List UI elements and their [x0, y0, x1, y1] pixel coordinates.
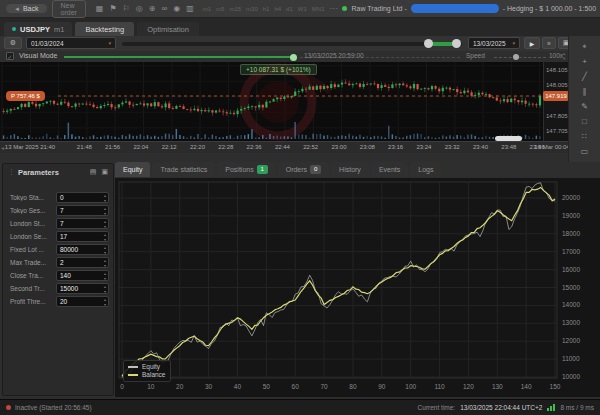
tab-events[interactable]: Events	[371, 162, 408, 177]
parameter-input[interactable]: 0▴▾	[56, 192, 109, 203]
timeframe-m15[interactable]: m15	[229, 6, 241, 12]
stop-icon: ■	[547, 40, 551, 46]
parameter-stepper[interactable]: ▴▾	[104, 271, 106, 281]
date-range-slider-track[interactable]	[122, 42, 462, 46]
pattern-tool-button[interactable]: ∷	[576, 130, 593, 143]
speed-slider-handle[interactable]	[513, 54, 519, 60]
new-order-button[interactable]: New order	[52, 0, 86, 18]
parameter-input[interactable]: 80000▴▾	[56, 244, 109, 255]
tab-orders[interactable]: Orders0	[278, 162, 329, 177]
pin-tool-button[interactable]: ⌖	[576, 40, 593, 53]
trendline-tool-button[interactable]: ╱	[576, 70, 593, 83]
price-axis[interactable]: 148.105148.005147.805147.705 147.919	[543, 62, 568, 141]
timeframe-m5[interactable]: m5	[216, 6, 224, 12]
range-handle-left[interactable]	[424, 39, 433, 48]
channel-tool-button[interactable]: ∥	[576, 85, 593, 98]
svg-text:130: 130	[492, 383, 503, 390]
status-bar: Inactive (Started 20:56:45) Current time…	[0, 399, 600, 415]
current-time-label: Current time:	[418, 404, 456, 411]
tab-logs[interactable]: Logs	[410, 162, 441, 177]
parameter-stepper[interactable]: ▴▾	[104, 232, 106, 242]
parameter-input[interactable]: 2▴▾	[56, 257, 109, 268]
note-tool-button[interactable]: ▭	[576, 145, 593, 158]
overflow-menu-icon[interactable]: ⋯	[329, 4, 337, 13]
parameter-stepper[interactable]: ▴▾	[104, 206, 106, 216]
timeframe-mn1[interactable]: MN1	[312, 6, 325, 12]
play-button[interactable]: ▶	[524, 37, 540, 49]
speed-value: 100x	[549, 52, 563, 59]
speed-stepper[interactable]: ▴ ▾	[563, 51, 565, 61]
time-axis-label: 23:08	[360, 144, 375, 150]
time-axis-label: 14 Mar 00:04	[534, 144, 569, 150]
crosshair-tool-button[interactable]: +	[576, 55, 593, 68]
parameter-input[interactable]: 17▴▾	[56, 231, 109, 242]
eye-icon[interactable]: ◉	[173, 0, 180, 18]
layout-icon[interactable]: ▦	[96, 0, 104, 18]
parameter-stepper[interactable]: ▴▾	[104, 193, 106, 203]
grid-icon[interactable]: ▥	[186, 0, 194, 18]
tab-history[interactable]: History	[331, 162, 369, 177]
timeframe-m30[interactable]: m30	[246, 6, 258, 12]
parameter-input[interactable]: 15000▴▾	[56, 283, 109, 294]
legend-item-balance: Balance	[128, 371, 166, 379]
tab-positions[interactable]: Positions1	[217, 162, 275, 177]
tab-equity[interactable]: Equity	[115, 162, 150, 177]
timeframe-m1[interactable]: m1	[203, 6, 211, 12]
back-button-label: Back	[23, 5, 39, 12]
range-handle-right[interactable]	[452, 39, 461, 48]
timeframe-h4[interactable]: h4	[274, 6, 281, 12]
price-chart[interactable]: +10 087.31 $ (+101%) P 757.46 $ 148.1051…	[0, 62, 568, 141]
backtest-settings-button[interactable]: ⚙	[4, 37, 22, 49]
svg-text:12000: 12000	[562, 337, 580, 344]
shapes-tool-button[interactable]: □	[576, 115, 593, 128]
flag-icon[interactable]: ⚐	[123, 0, 130, 18]
parameter-input[interactable]: 20▴▾	[56, 296, 109, 307]
pencil-tool-button[interactable]: ✎	[576, 100, 593, 113]
timeframe-w1[interactable]: W1	[298, 6, 307, 12]
play-icon: ▶	[530, 40, 535, 47]
tab-usdjpy-m1[interactable]: USDJPY m1	[4, 22, 72, 36]
tab-backtesting[interactable]: Backtesting	[75, 22, 134, 36]
svg-text:10000: 10000	[562, 373, 580, 380]
open-position-badge[interactable]: P 757.46 $	[6, 91, 45, 101]
time-axis-label: 22:12	[162, 144, 177, 150]
tab-optimisation[interactable]: Optimisation	[137, 22, 199, 36]
drag-grip-icon[interactable]: ⋮	[8, 168, 15, 176]
account-selector[interactable]: Raw Trading Ltd - - Hedging - $ 1 000.00…	[342, 4, 600, 13]
back-button[interactable]: ◄ Back	[6, 4, 47, 13]
parameter-input[interactable]: 140▴▾	[56, 270, 109, 281]
link-icon[interactable]: ∞	[161, 0, 167, 18]
parameter-stepper[interactable]: ▴▾	[104, 245, 106, 255]
tab-count-badge: 0	[310, 165, 321, 174]
playback-progress-handle[interactable]	[290, 54, 297, 61]
time-axis-label: 22:20	[190, 144, 205, 150]
time-axis-label: 13 Mar 2025 21:40	[5, 144, 55, 150]
timeframe-d1[interactable]: d1	[286, 6, 293, 12]
monitor-icon[interactable]: ▤	[90, 168, 97, 176]
start-date-select[interactable]: 01/03/2024 ▾	[26, 37, 116, 49]
axis-scroll-left-icon[interactable]: ◂	[1, 144, 4, 151]
tab-trade-statistics[interactable]: Trade statistics	[152, 162, 215, 177]
visual-mode-checkbox[interactable]: ✓	[6, 52, 14, 60]
time-axis-label: 22:28	[218, 144, 233, 150]
target-icon[interactable]: ◎	[136, 0, 143, 18]
parameter-stepper[interactable]: ▴▾	[104, 219, 106, 229]
parameter-input[interactable]: 7▴▾	[56, 218, 109, 229]
parameter-stepper[interactable]: ▴▾	[104, 258, 106, 268]
speed-slider-track[interactable]	[494, 57, 546, 58]
parameter-input[interactable]: 7▴▾	[56, 205, 109, 216]
time-axis-label: 23:48	[501, 144, 516, 150]
drawing-tools-strip: ⌖+╱∥✎□∷▭	[568, 36, 600, 162]
timeframe-h1[interactable]: h1	[263, 6, 270, 12]
parameter-label: Max Trade...	[10, 259, 54, 266]
time-axis[interactable]: ◂ 13 Mar 2025 21:4021:4821:5622:0422:122…	[0, 141, 568, 153]
stop-button[interactable]: ■	[542, 37, 556, 49]
end-date-select[interactable]: 13/03/2025 ▾	[468, 37, 520, 49]
price-axis-label: 148.005	[546, 82, 568, 88]
flag-filled-icon[interactable]: ⚑	[109, 0, 116, 18]
parameter-stepper[interactable]: ▴▾	[104, 297, 106, 307]
globe-icon[interactable]: ⊕	[149, 0, 156, 18]
save-parameters-icon[interactable]: ▣	[101, 168, 108, 176]
equity-chart[interactable]: 0102030405060708090100110120130140150100…	[115, 178, 600, 397]
parameter-stepper[interactable]: ▴▾	[104, 284, 106, 294]
